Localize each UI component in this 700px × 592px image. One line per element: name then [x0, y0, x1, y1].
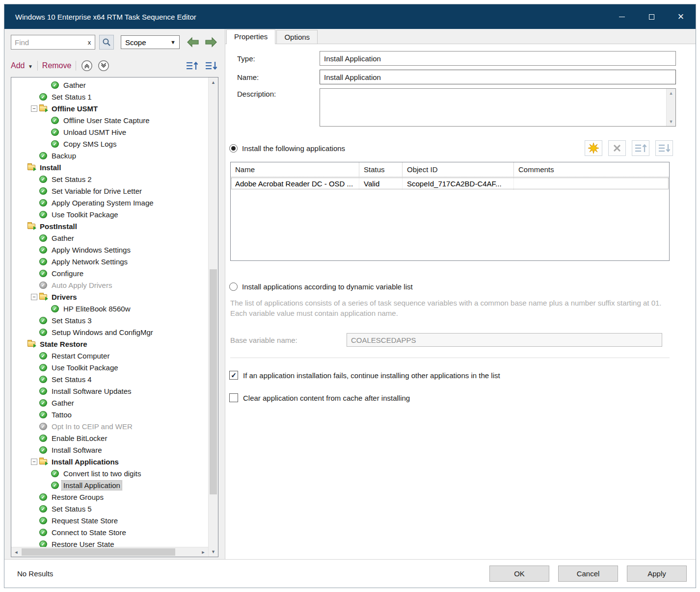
tree-item[interactable]: − Set Status 5	[11, 503, 208, 515]
tree-item[interactable]: − Offline User State Capture	[11, 114, 208, 126]
tree-item[interactable]: − Gather	[11, 232, 208, 244]
move-application-up-button[interactable]	[632, 140, 649, 156]
find-input[interactable]	[11, 38, 84, 47]
tree-item[interactable]: − Backup	[11, 150, 208, 161]
maximize-button[interactable]	[637, 4, 666, 29]
tab-options[interactable]: Options	[276, 30, 318, 44]
tree-item[interactable]: − Copy SMS Logs	[11, 138, 208, 150]
checkbox-continue-on-fail[interactable]: If an application installation fails, co…	[229, 371, 676, 380]
tree-item[interactable]: − Auto Apply Drivers	[11, 279, 208, 291]
description-scrollbar[interactable]: ▲ ▼	[666, 89, 675, 126]
tree-item[interactable]: − Install Applications	[11, 456, 208, 467]
tree-item[interactable]: − Use Toolkit Package	[11, 361, 208, 373]
tree-item[interactable]: − Set Status 2	[11, 173, 208, 185]
tree-item[interactable]: − Install Software	[11, 444, 208, 456]
checkbox-clear-cache[interactable]: Clear application content from cache aft…	[229, 393, 676, 402]
tree-item[interactable]: − Restore User State	[11, 538, 208, 547]
tree-item[interactable]: − Unload USMT Hive	[11, 126, 208, 138]
chevron-down-icon: ▼	[170, 39, 176, 45]
tree-item[interactable]: − Apply Windows Settings	[11, 244, 208, 256]
collapse-toggle-icon[interactable]: −	[31, 459, 37, 465]
tree-item[interactable]: − Opt In to CEIP and WER	[11, 420, 208, 432]
tree-item[interactable]: − Gather	[11, 79, 208, 91]
tree-item[interactable]: − HP EliteBook 8560w	[11, 303, 208, 314]
step-check-icon	[51, 140, 59, 148]
tree-item-label: Unload USMT Hive	[62, 128, 128, 137]
scroll-down-arrow-icon[interactable]: ▼	[209, 547, 218, 557]
navigate-back-button[interactable]	[186, 35, 200, 49]
collapse-toggle-icon[interactable]: −	[31, 294, 37, 300]
application-table-row[interactable]: Adobe Acrobat Reader DC - OSD ... Valid …	[231, 177, 669, 190]
delete-application-button[interactable]	[608, 140, 626, 156]
tree-vertical-scrollbar[interactable]: ▲ ▼	[208, 77, 218, 557]
move-down-button[interactable]	[204, 59, 218, 72]
scroll-right-arrow-icon[interactable]: ►	[198, 547, 208, 557]
tree-item[interactable]: − Request State Store	[11, 515, 208, 526]
tree-item[interactable]: − Connect to State Store	[11, 526, 208, 538]
tree-item[interactable]: − Use Toolkit Package	[11, 208, 208, 220]
scope-dropdown[interactable]: Scope ▼	[121, 35, 180, 49]
tree-item[interactable]: − Set Variable for Drive Letter	[11, 185, 208, 197]
step-check-icon	[39, 93, 47, 101]
column-header-name[interactable]: Name	[231, 162, 359, 177]
tree-item[interactable]: − Install	[11, 161, 208, 173]
cancel-button[interactable]: Cancel	[558, 566, 618, 582]
collapse-toggle-icon[interactable]: −	[31, 105, 37, 112]
tree-item[interactable]: − Enable BitLocker	[11, 432, 208, 444]
tree-item-label: Apply Operating System Image	[50, 198, 155, 207]
step-check-icon	[51, 482, 59, 489]
tree-horizontal-scrollbar[interactable]: ◄ ►	[11, 547, 208, 557]
move-application-down-button[interactable]	[655, 140, 673, 156]
minimize-button[interactable]	[607, 4, 637, 29]
tree-item[interactable]: − PostInstall	[11, 220, 208, 232]
tree-item[interactable]: − Configure	[11, 267, 208, 279]
search-button[interactable]	[99, 35, 114, 50]
expand-all-button[interactable]	[97, 60, 109, 72]
tree-item[interactable]: − Apply Network Settings	[11, 256, 208, 267]
horizontal-scroll-thumb[interactable]	[22, 548, 175, 556]
collapse-all-button[interactable]	[81, 60, 93, 72]
scroll-up-arrow-icon[interactable]: ▲	[209, 77, 218, 87]
tree-item[interactable]: − Restore Groups	[11, 491, 208, 503]
search-icon	[102, 38, 111, 47]
tree-item-label: State Restore	[38, 339, 89, 349]
tree-item[interactable]: − Set Status 1	[11, 91, 208, 103]
move-up-button[interactable]	[185, 59, 199, 72]
column-header-objectid[interactable]: Object ID	[403, 162, 514, 177]
vertical-scroll-thumb[interactable]	[210, 269, 217, 494]
radio-install-dynamic[interactable]: Install applications according to dynami…	[229, 283, 676, 291]
tree-item[interactable]: − Tattoo	[11, 409, 208, 420]
column-header-status[interactable]: Status	[359, 162, 403, 177]
delete-x-icon	[612, 143, 622, 153]
description-field[interactable]: ▲ ▼	[320, 88, 676, 127]
remove-button[interactable]: Remove	[42, 61, 72, 70]
scroll-up-arrow-icon[interactable]: ▲	[669, 91, 673, 96]
navigate-forward-button[interactable]	[204, 35, 218, 49]
ok-button[interactable]: OK	[489, 566, 549, 582]
tree-item[interactable]: − Set Status 4	[11, 373, 208, 385]
column-header-comments[interactable]: Comments	[514, 162, 669, 177]
tree-item[interactable]: − Install Application	[11, 479, 208, 491]
tab-properties[interactable]: Properties	[226, 29, 275, 44]
tree-item[interactable]: − Gather	[11, 397, 208, 409]
find-clear-button[interactable]: x	[84, 39, 95, 46]
tree-item[interactable]: − State Restore	[11, 338, 208, 350]
add-button[interactable]: Add ▼	[11, 61, 33, 70]
tree-item[interactable]: − Offline USMT	[11, 103, 208, 114]
tree-item[interactable]: − Apply Operating System Image	[11, 197, 208, 208]
name-field[interactable]	[320, 70, 676, 84]
scroll-left-arrow-icon[interactable]: ◄	[11, 547, 21, 557]
tree-item[interactable]: − Restart Computer	[11, 350, 208, 361]
radio-install-following[interactable]: Install the following applications	[229, 144, 345, 153]
tree-item[interactable]: − Drivers	[11, 291, 208, 303]
close-button[interactable]: ×	[666, 4, 696, 29]
tree-item[interactable]: − Install Software Updates	[11, 385, 208, 397]
apply-button[interactable]: Apply	[627, 566, 687, 582]
new-application-button[interactable]	[585, 140, 602, 156]
tree-item-label: Opt In to CEIP and WER	[50, 422, 134, 431]
scroll-down-arrow-icon[interactable]: ▼	[669, 119, 673, 124]
tree-item[interactable]: − Convert list to two digits	[11, 467, 208, 479]
tree-item[interactable]: − Set Status 3	[11, 314, 208, 326]
find-toolbar: x Scope ▼	[4, 29, 225, 55]
tree-item[interactable]: − Setup Windows and ConfigMgr	[11, 326, 208, 338]
